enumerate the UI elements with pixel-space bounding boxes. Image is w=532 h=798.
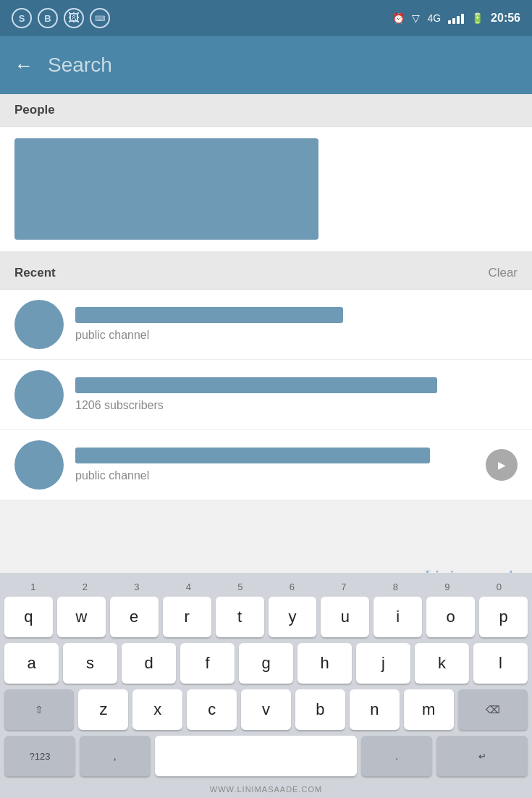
app-bar: ← Search [0, 36, 532, 94]
key-4[interactable]: 4 [165, 581, 212, 592]
key-g[interactable]: g [239, 643, 293, 684]
key-r[interactable]: r [163, 597, 211, 637]
status-bar-right-icons: ⏰ ▽ 4G 🔋 20:56 [392, 12, 520, 25]
key-3[interactable]: 3 [113, 581, 160, 592]
list-item[interactable]: public channel [0, 290, 532, 360]
space-key[interactable] [155, 736, 358, 776]
key-t[interactable]: t [216, 597, 264, 637]
back-button[interactable]: ← [14, 54, 33, 77]
people-placeholder [14, 138, 318, 240]
list-item[interactable]: 1206 subscribers [0, 360, 532, 430]
keyboard-row-3: ⇧ z x c v b n m ⌫ [0, 689, 532, 730]
status-bar-left-icons: S B 🖼 ⌨ [12, 8, 110, 28]
shift-key[interactable]: ⇧ [4, 689, 74, 730]
period-key[interactable]: . [361, 736, 432, 776]
key-c[interactable]: c [187, 689, 237, 730]
key-9[interactable]: 9 [423, 581, 470, 592]
key-f[interactable]: f [180, 643, 235, 684]
backspace-key[interactable]: ⌫ [458, 689, 528, 730]
key-u[interactable]: u [321, 597, 369, 637]
item-name-placeholder [75, 448, 430, 463]
signal-bars [448, 12, 464, 24]
recent-list: public channel 1206 subscribers public c… [0, 290, 532, 500]
list-item[interactable]: public channel ▶ [0, 430, 532, 500]
item-sub: public channel [75, 329, 149, 341]
key-x[interactable]: x [132, 689, 182, 730]
keyboard-row-2: a s d f g h j k l [0, 643, 532, 684]
key-d[interactable]: d [122, 643, 176, 684]
key-q[interactable]: q [4, 597, 53, 637]
people-section-header: People [0, 94, 532, 127]
site-tag: WWW.LINIMASAADE.COM [0, 782, 532, 798]
alarm-icon: ⏰ [392, 12, 405, 24]
item-sub: public channel [75, 469, 149, 482]
item-info: public channel [75, 307, 518, 342]
key-s[interactable]: s [63, 643, 117, 684]
key-2[interactable]: 2 [62, 581, 109, 592]
signal-bar-2 [452, 18, 455, 24]
page-title: Search [48, 54, 112, 77]
avatar [14, 300, 64, 349]
key-e[interactable]: e [110, 597, 159, 637]
keyboard-number-row: 1 2 3 4 5 6 7 8 9 0 [0, 579, 532, 595]
clear-button[interactable]: Clear [488, 266, 518, 280]
key-1[interactable]: 1 [9, 581, 56, 592]
symbols-key[interactable]: ?123 [4, 736, 75, 776]
item-info: 1206 subscribers [75, 377, 518, 412]
keyboard: 1 2 3 4 5 6 7 8 9 0 q w e r t y u i o p … [0, 573, 532, 798]
s-icon: S [12, 8, 32, 28]
b-icon: B [38, 8, 58, 28]
key-7[interactable]: 7 [320, 581, 367, 592]
network-type: 4G [427, 12, 441, 24]
key-m[interactable]: m [404, 689, 454, 730]
key-z[interactable]: z [78, 689, 128, 730]
item-name-placeholder [75, 377, 437, 393]
comma-key[interactable]: , [80, 736, 151, 776]
avatar [14, 440, 64, 490]
key-8[interactable]: 8 [372, 581, 419, 592]
item-info: public channel [75, 448, 474, 482]
key-b[interactable]: b [295, 689, 345, 730]
keyboard-row-1: q w e r t y u i o p [0, 597, 532, 637]
status-bar: S B 🖼 ⌨ ⏰ ▽ 4G 🔋 20:56 [0, 0, 532, 36]
people-label: People [14, 103, 55, 117]
wifi-icon: ▽ [412, 12, 420, 24]
image-icon: 🖼 [64, 8, 84, 28]
key-y[interactable]: y [269, 597, 317, 637]
signal-bar-3 [457, 16, 460, 24]
key-p[interactable]: p [479, 597, 528, 637]
key-6[interactable]: 6 [269, 581, 316, 592]
keyboard-icon: ⌨ [90, 8, 110, 28]
enter-key[interactable]: ↵ [436, 736, 528, 776]
key-j[interactable]: j [356, 643, 410, 684]
key-k[interactable]: k [415, 643, 469, 684]
key-h[interactable]: h [297, 643, 352, 684]
keyboard-row-4: ?123 , . ↵ [0, 736, 532, 776]
signal-bar-4 [461, 14, 464, 24]
item-sub: 1206 subscribers [75, 399, 164, 411]
key-0[interactable]: 0 [476, 581, 523, 592]
key-o[interactable]: o [426, 597, 475, 637]
people-section [0, 127, 532, 257]
play-button[interactable]: ▶ [486, 449, 518, 481]
recent-section-header: Recent Clear [0, 257, 532, 290]
battery-icon: 🔋 [471, 12, 484, 24]
key-w[interactable]: w [57, 597, 106, 637]
status-time: 20:56 [491, 12, 520, 25]
avatar [14, 370, 64, 419]
recent-label: Recent [14, 266, 56, 280]
key-v[interactable]: v [241, 689, 291, 730]
key-l[interactable]: l [473, 643, 528, 684]
key-a[interactable]: a [4, 643, 59, 684]
key-i[interactable]: i [373, 597, 422, 637]
key-5[interactable]: 5 [216, 581, 263, 592]
key-n[interactable]: n [350, 689, 400, 730]
signal-bar-1 [448, 20, 451, 24]
item-name-placeholder [75, 307, 343, 323]
